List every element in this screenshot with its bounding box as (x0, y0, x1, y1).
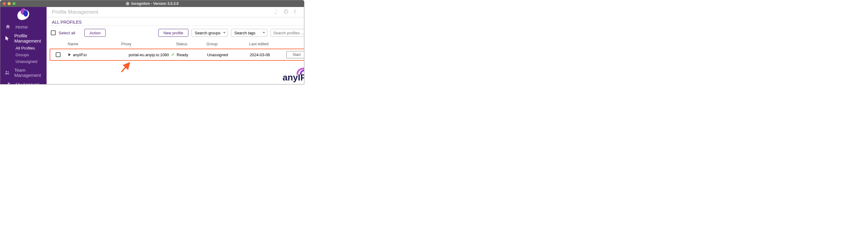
svg-text:anyIP: anyIP (282, 73, 304, 82)
profile-management-subitems: All Profiles Groups Unassigned (0, 45, 46, 64)
window-title-text: Incogniton - Version 3.5.3.0 (131, 2, 178, 6)
search-tags-select[interactable]: Search tags (231, 29, 268, 37)
sidebar-subitem-all-profiles[interactable]: All Profiles (16, 45, 46, 51)
row-checkbox[interactable] (56, 52, 61, 57)
new-profile-button[interactable]: New profile (158, 29, 188, 37)
profiles-table: Name Proxy Status Group Last edited (46, 40, 304, 61)
traffic-lights (3, 2, 16, 5)
highlighted-row-annotation: anyIP.io portal-eu.anyip.io:1080 Ready U… (50, 49, 304, 61)
telegram-icon[interactable] (283, 9, 289, 15)
nav: Home Profile Management All Profiles Gro… (0, 22, 46, 84)
select-all-checkbox[interactable] (51, 30, 56, 35)
svg-point-2 (6, 71, 7, 73)
cell-group: Unassigned (207, 52, 250, 57)
sidebar-item-team-management[interactable]: Team Management (0, 66, 46, 80)
table-row[interactable]: anyIP.io portal-eu.anyip.io:1080 Ready U… (50, 49, 304, 60)
chevron-down-icon (223, 31, 226, 35)
sidebar-subitem-groups[interactable]: Groups (16, 52, 46, 58)
maximize-window-button[interactable] (12, 2, 16, 5)
header-icons (274, 9, 304, 15)
app-logo (0, 7, 46, 22)
search-profiles-input[interactable] (271, 29, 304, 37)
search-groups-select[interactable]: Search groups (191, 29, 228, 37)
window-title: Incogniton - Version 3.5.3.0 (126, 2, 178, 6)
col-name: Name (64, 42, 121, 46)
proxy-ok-icon (170, 52, 175, 57)
sidebar-item-my-account[interactable]: My Account (0, 80, 46, 84)
svg-point-1 (24, 10, 28, 17)
cell-name: anyIP.io (73, 52, 87, 57)
wrench-icon (5, 81, 11, 84)
cell-last-edited: 2024-03-06 (250, 52, 286, 57)
search-tags-label: Search tags (234, 31, 255, 35)
svg-point-3 (8, 71, 9, 73)
sidebar-item-label: My Account (16, 82, 39, 85)
sidebar-subitem-unassigned[interactable]: Unassigned (16, 59, 46, 64)
window-titlebar: Incogniton - Version 3.5.3.0 (0, 0, 304, 7)
col-status: Status (176, 42, 207, 46)
sidebar: Home Profile Management All Profiles Gro… (0, 7, 46, 84)
annotation-arrow (120, 61, 132, 73)
minimize-window-button[interactable] (8, 2, 11, 5)
refresh-icon[interactable] (303, 9, 304, 15)
action-button[interactable]: Action (84, 29, 105, 37)
recycle-icon[interactable] (274, 9, 279, 15)
sidebar-item-home[interactable]: Home (0, 22, 46, 31)
col-group: Group (207, 42, 249, 46)
start-button[interactable]: Start (286, 51, 304, 58)
select-all-label: Select all (59, 31, 75, 35)
col-proxy: Proxy (121, 42, 176, 46)
svg-line-5 (121, 63, 129, 72)
home-icon (5, 24, 11, 30)
sidebar-item-profile-management[interactable]: Profile Management (0, 31, 46, 45)
sidebar-item-label: Team Management (14, 68, 42, 78)
table-header: Name Proxy Status Group Last edited (46, 40, 304, 48)
search-groups-label: Search groups (195, 31, 221, 35)
expand-row-icon[interactable] (68, 53, 71, 56)
close-window-button[interactable] (3, 2, 6, 5)
col-edited: Last edited (249, 42, 286, 46)
page-header: Profile Management (46, 7, 304, 17)
moon-icon[interactable] (293, 9, 299, 15)
app-window: Incogniton - Version 3.5.3.0 Home (0, 0, 304, 84)
anyip-watermark: anyIP (281, 64, 304, 82)
team-icon (5, 70, 10, 75)
toolbar: Select all Action New profile Search gro… (46, 26, 304, 40)
cursor-icon (5, 36, 10, 41)
sidebar-item-label: Home (16, 24, 28, 30)
page-title: Profile Management (52, 9, 98, 15)
app-icon (126, 2, 129, 5)
cell-status: Ready (177, 52, 207, 57)
sidebar-item-label: Profile Management (14, 33, 42, 43)
cell-proxy: portal-eu.anyip.io:1080 (129, 52, 169, 57)
section-title: ALL PROFILES (46, 17, 304, 26)
main-panel: Profile Management ALL PROFILES Select a… (46, 7, 304, 84)
chevron-down-icon (262, 31, 266, 35)
